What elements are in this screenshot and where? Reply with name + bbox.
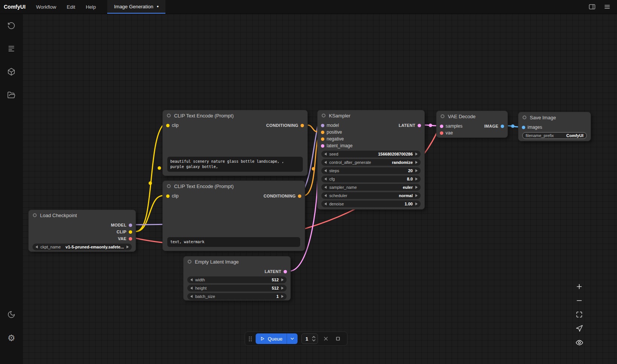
widget-steps[interactable]: steps 20 xyxy=(321,167,421,174)
app-logo: ComfyUI xyxy=(0,0,31,14)
input-port-samples[interactable]: samples xyxy=(440,123,463,129)
increment-arrow-icon[interactable] xyxy=(415,153,418,156)
output-port-latent[interactable]: LATENT xyxy=(265,269,287,274)
node-ksampler[interactable]: KSampler model LATENT positive xyxy=(317,110,425,210)
queue-options-button[interactable] xyxy=(287,333,298,344)
decrement-arrow-icon[interactable] xyxy=(190,278,193,281)
input-port-negative[interactable]: negative xyxy=(321,136,344,142)
node-header[interactable]: CLIP Text Encode (Prompt) xyxy=(163,181,305,191)
menu-workflow[interactable]: Workflow xyxy=(31,0,62,14)
increment-arrow-icon[interactable] xyxy=(281,287,284,290)
panel-toggle-icon[interactable] xyxy=(588,2,597,11)
output-port-model[interactable]: MODEL xyxy=(111,223,132,227)
hamburger-menu-icon[interactable] xyxy=(603,2,612,11)
output-port-latent[interactable]: LATENT xyxy=(399,123,421,128)
input-port-vae[interactable]: vae xyxy=(440,130,453,136)
node-graph-canvas[interactable]: Load Checkpoint MODEL CLIP VAE xyxy=(23,14,617,364)
stepper-down-icon[interactable] xyxy=(312,339,316,342)
moon-icon[interactable] xyxy=(7,310,16,319)
positive-prompt-textarea[interactable]: beautiful scenery nature glass bottle la… xyxy=(167,157,303,172)
output-port-clip[interactable]: CLIP xyxy=(117,230,132,234)
menu-help[interactable]: Help xyxy=(80,0,101,14)
input-port-images[interactable]: images xyxy=(522,125,542,130)
node-header[interactable]: CLIP Text Encode (Prompt) xyxy=(163,110,307,121)
fit-view-button[interactable] xyxy=(575,310,584,319)
decrement-arrow-icon[interactable] xyxy=(190,287,193,290)
decrement-arrow-icon[interactable] xyxy=(324,194,327,197)
decrement-arrow-icon[interactable] xyxy=(324,169,327,172)
node-header[interactable]: KSampler xyxy=(318,110,424,121)
node-clip-text-encode-negative[interactable]: CLIP Text Encode (Prompt) clip CONDITION… xyxy=(162,180,305,251)
node-load-checkpoint[interactable]: Load Checkpoint MODEL CLIP VAE xyxy=(28,210,136,252)
batch-count-input[interactable]: 1 xyxy=(301,333,318,344)
widget-seed[interactable]: seed 156680208700286 xyxy=(321,151,421,157)
widget-sampler-name[interactable]: sampler_name euler xyxy=(321,184,421,191)
input-port-latent-image[interactable]: latent_image xyxy=(321,143,353,148)
decrement-arrow-icon[interactable] xyxy=(35,245,38,248)
increment-arrow-icon[interactable] xyxy=(415,177,418,180)
decrement-arrow-icon[interactable] xyxy=(190,295,193,298)
input-port-clip[interactable]: clip xyxy=(166,193,179,199)
select-mode-button[interactable] xyxy=(575,324,584,333)
queue-button[interactable]: Queue xyxy=(256,333,298,344)
widget-width[interactable]: width 512 xyxy=(187,276,287,283)
history-icon[interactable] xyxy=(7,21,16,30)
node-save-image[interactable]: Save Image images filename_prefix ComfyU… xyxy=(518,112,591,141)
node-header[interactable]: Empty Latent Image xyxy=(184,256,290,267)
decrement-arrow-icon[interactable] xyxy=(324,161,327,164)
increment-arrow-icon[interactable] xyxy=(415,161,418,164)
zoom-in-button[interactable] xyxy=(575,282,584,291)
port-dot-conditioning-icon xyxy=(321,137,324,141)
tab-image-generation[interactable]: Image Generation ● xyxy=(107,0,166,14)
increment-arrow-icon[interactable] xyxy=(281,295,284,298)
node-clip-text-encode-positive[interactable]: CLIP Text Encode (Prompt) clip CONDITION… xyxy=(162,110,308,176)
negative-prompt-textarea[interactable]: text, watermark xyxy=(167,237,300,247)
minus-icon xyxy=(575,297,583,304)
interrupt-button[interactable] xyxy=(334,335,342,343)
decrement-arrow-icon[interactable] xyxy=(324,202,327,205)
output-port-conditioning[interactable]: CONDITIONING xyxy=(264,194,301,198)
input-port-model[interactable]: model xyxy=(321,123,339,128)
list-icon[interactable] xyxy=(7,44,16,53)
widget-scheduler[interactable]: scheduler normal xyxy=(321,192,421,199)
increment-arrow-icon[interactable] xyxy=(415,186,418,189)
widget-batch-size[interactable]: batch_size 1 xyxy=(187,293,287,300)
output-port-image[interactable]: IMAGE xyxy=(484,124,504,128)
output-port-vae[interactable]: VAE xyxy=(118,236,132,241)
input-port-positive[interactable]: positive xyxy=(321,130,342,135)
folder-open-icon[interactable] xyxy=(7,91,16,100)
port-dot-conditioning-icon xyxy=(298,194,301,198)
increment-arrow-icon[interactable] xyxy=(415,202,418,205)
increment-arrow-icon[interactable] xyxy=(281,278,284,281)
drag-handle-icon[interactable] xyxy=(249,336,252,341)
stepper-up-icon[interactable] xyxy=(312,336,316,338)
output-port-conditioning[interactable]: CONDITIONING xyxy=(266,123,304,128)
clear-queue-button[interactable] xyxy=(322,335,330,343)
increment-arrow-icon[interactable] xyxy=(415,194,418,197)
node-header[interactable]: Load Checkpoint xyxy=(29,210,136,221)
widget-cfg[interactable]: cfg 8.0 xyxy=(321,176,421,182)
widget-filename-prefix[interactable]: filename_prefix ComfyUI xyxy=(522,132,587,139)
node-status-dot-icon xyxy=(167,114,171,117)
decrement-arrow-icon[interactable] xyxy=(324,153,327,156)
widget-control-after-generate[interactable]: control_after_generate randomize xyxy=(321,159,421,166)
node-header[interactable]: VAE Decode xyxy=(437,111,507,122)
decrement-arrow-icon[interactable] xyxy=(324,186,327,189)
input-port-clip[interactable]: clip xyxy=(166,123,179,128)
node-title: Save Image xyxy=(530,115,556,120)
zoom-out-button[interactable] xyxy=(575,296,584,305)
increment-arrow-icon[interactable] xyxy=(415,169,418,172)
widget-denoise[interactable]: denoise 1.00 xyxy=(321,201,421,207)
node-status-dot-icon xyxy=(33,213,37,217)
node-header[interactable]: Save Image xyxy=(518,112,591,123)
menu-edit[interactable]: Edit xyxy=(62,0,80,14)
gear-icon[interactable]: ⚙ xyxy=(7,333,16,342)
widget-height[interactable]: height 512 xyxy=(187,285,287,292)
node-vae-decode[interactable]: VAE Decode samples IMAGE vae xyxy=(436,111,508,138)
widget-ckpt-name[interactable]: ckpt_name v1-5-pruned-emaonly.safete... xyxy=(32,244,132,250)
increment-arrow-icon[interactable] xyxy=(126,245,129,248)
node-empty-latent-image[interactable]: Empty Latent Image LATENT width 512 heig… xyxy=(183,256,291,301)
toggle-link-visibility-button[interactable] xyxy=(575,338,584,347)
cube-icon[interactable] xyxy=(7,67,16,76)
decrement-arrow-icon[interactable] xyxy=(324,177,327,180)
